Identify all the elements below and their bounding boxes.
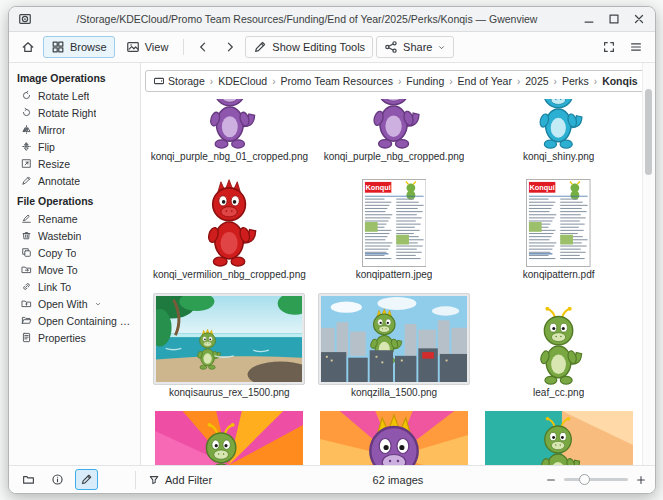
move-icon [21,264,32,275]
forward-button[interactable] [218,36,242,58]
maximize-button[interactable] [607,12,621,26]
thumbnail-grid: konqi_purple_nbg_01_cropped.pngkonqi_pur… [147,63,641,465]
breadcrumb-separator: › [449,76,452,87]
thumbnail-image [485,411,633,465]
desktop: /Storage/KDECloud/Promo Team Resources/F… [0,0,663,500]
gwenview-window: /Storage/KDECloud/Promo Team Resources/F… [8,6,656,494]
zoom-in-button[interactable] [635,474,647,486]
home-icon [21,40,35,54]
show-editing-tools-button[interactable]: Show Editing Tools [245,36,373,58]
thumbnail-image [195,175,263,267]
sidebar-item-resize[interactable]: Resize [9,155,140,172]
sidebar-item-open-with[interactable]: Open With [9,295,140,312]
breadcrumb-item-funding[interactable]: Funding [406,75,444,87]
breadcrumb-separator: › [517,76,520,87]
minimize-button[interactable] [582,12,596,26]
sidebar-item-link-to[interactable]: Link To [9,278,140,295]
rotate-left-icon [21,90,32,101]
sidebar-item-mirror[interactable]: Mirror [9,121,140,138]
thumbnail-filename: konqi_purple_nbg_cropped.png [324,149,465,165]
vertical-scrollbar[interactable] [642,63,655,465]
resize-icon [21,158,32,169]
add-filter-label: Add Filter [165,474,212,486]
back-button[interactable] [191,36,215,58]
breadcrumb-item-promo-team-resources[interactable]: Promo Team Resources [281,75,393,87]
operations-button[interactable] [75,469,98,490]
zoom-slider-knob[interactable] [579,474,590,485]
breadcrumb-separator: › [398,76,401,87]
forward-icon [223,40,237,54]
breadcrumb-separator: › [594,76,597,87]
fullscreen-icon [602,40,616,54]
breadcrumb-item-storage[interactable]: Storage [168,75,205,87]
thumbnail-filename: konqzilla_1500.png [351,385,437,401]
thumbnail-partial[interactable] [147,411,312,465]
wastebin-icon [21,230,32,241]
sidebar-item-rotate-right[interactable]: Rotate Right [9,104,140,121]
breadcrumb-item-end-of-year[interactable]: End of Year [458,75,512,87]
sidebar-item-rename[interactable]: Rename [9,210,140,227]
menu-button[interactable] [624,36,648,58]
fullscreen-button[interactable] [597,36,621,58]
breadcrumb-item-kdecloud[interactable]: KDECloud [218,75,267,87]
breadcrumb[interactable]: Storage›KDECloud›Promo Team Resources›Fu… [145,70,650,92]
sidebar-item-label: Copy To [38,247,76,259]
sidebar-item-open-containing-folder[interactable]: Open Containing Folder [9,312,140,329]
folders-button[interactable] [17,469,40,490]
breadcrumb-item-2025[interactable]: 2025 [525,75,548,87]
home-button[interactable] [16,36,40,58]
information-button[interactable] [46,469,69,490]
thumbnail-partial[interactable] [312,411,477,465]
zoom-slider[interactable] [564,478,628,481]
add-filter-button[interactable]: Add Filter [142,473,218,487]
titlebar[interactable]: /Storage/KDECloud/Promo Team Resources/F… [9,7,655,32]
sidebar-item-label: Rotate Right [38,107,96,119]
thumbnail-filename: konqi_vermilion_nbg_cropped.png [153,267,306,283]
sidebar: Image OperationsRotate LeftRotate RightM… [9,63,141,465]
breadcrumb-item-perks[interactable]: Perks [562,75,589,87]
browse-icon [51,40,65,54]
sidebar-item-rotate-left[interactable]: Rotate Left [9,87,140,104]
open-folder-icon [21,315,32,326]
sidebar-item-properties[interactable]: Properties [9,329,140,346]
thumbnail-leaf-cc-png[interactable]: leaf_cc.png [476,293,641,411]
sidebar-item-label: Open Containing Folder [38,315,134,327]
zoom-out-button[interactable] [545,474,557,486]
svg-text:Konqui: Konqui [530,183,555,192]
section-title-image-operations: Image Operations [9,66,140,87]
content-area: Storage›KDECloud›Promo Team Resources›Fu… [141,63,655,465]
thumbnail-filename: konqipattern.jpeg [356,267,433,283]
thumbnail-konqisaurus-rex-1500-png[interactable]: konqisaurus_rex_1500.png [147,293,312,411]
sidebar-item-wastebin[interactable]: Wastebin [9,227,140,244]
share-button[interactable]: Share [376,36,454,58]
sidebar-item-copy-to[interactable]: Copy To [9,244,140,261]
link-icon [21,281,32,292]
image-count: 62 images [373,474,424,486]
thumbnail-filename: konqi_shiny.png [523,149,595,165]
chevron-down-icon [94,300,102,308]
thumbnail-konqzilla-1500-png[interactable]: konqzilla_1500.png [312,293,477,411]
scrollbar-thumb[interactable] [645,89,652,175]
thumbnail-image [318,293,470,385]
thumbnail-konqi-vermilion-nbg-cropped-png[interactable]: konqi_vermilion_nbg_cropped.png [147,175,312,293]
browse-button[interactable]: Browse [43,36,115,58]
sidebar-item-move-to[interactable]: Move To [9,261,140,278]
thumbnail-konqipattern-pdf[interactable]: Konqui konqipattern.pdf [476,175,641,293]
sidebar-item-flip[interactable]: Flip [9,138,140,155]
view-button[interactable]: View [118,36,177,58]
breadcrumb-item-konqis[interactable]: Konqis [602,75,638,87]
thumbnail-partial[interactable] [476,411,641,465]
view-label: View [145,41,169,53]
sidebar-item-label: Annotate [38,175,80,187]
sidebar-item-label: Mirror [38,124,65,136]
close-button[interactable] [632,12,646,26]
sidebar-item-label: Rotate Left [38,90,89,102]
window-title: /Storage/KDECloud/Promo Team Resources/F… [38,13,576,25]
hamburger-icon [629,40,643,54]
thumbnail-konqipattern-jpeg[interactable]: Konqui konqipattern.jpeg [312,175,477,293]
open-with-icon [21,298,32,309]
thumbnail-image [529,293,588,385]
sidebar-item-annotate[interactable]: Annotate [9,172,140,189]
share-label: Share [403,41,432,53]
breadcrumb-separator: › [272,76,275,87]
